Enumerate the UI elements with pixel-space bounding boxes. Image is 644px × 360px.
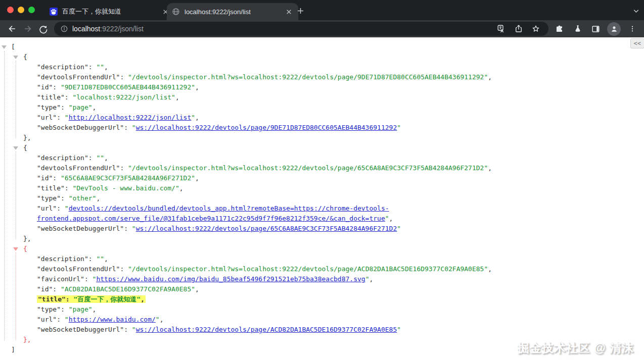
json-bracket: ] [11, 346, 15, 353]
json-colon: : [84, 275, 93, 283]
json-comma: , [195, 114, 199, 121]
json-key: "id" [37, 83, 53, 91]
json-comma: , [104, 255, 108, 263]
json-key: "description" [37, 255, 88, 263]
json-url-link[interactable]: https://www.baidu.com/ [69, 316, 156, 323]
tab-json-list[interactable]: localhost:9222/json/list [167, 3, 298, 20]
bookmark-star-icon[interactable] [529, 22, 542, 35]
json-brace: }, [23, 336, 31, 343]
json-line: "type": "page", [0, 304, 636, 315]
collapse-triangle-icon[interactable] [13, 56, 18, 59]
collapse-triangle-icon[interactable] [13, 247, 18, 251]
json-brace: { [23, 144, 27, 151]
json-string: "/devtools/inspector.html?ws=localhost:9… [128, 164, 488, 172]
json-key: "url" [37, 204, 57, 212]
json-formatter-collapse-button[interactable]: << [630, 38, 644, 48]
json-quote: " [156, 316, 160, 323]
json-key: "id" [37, 174, 53, 182]
json-object: {"description": "","devtoolsFrontendUrl"… [0, 143, 636, 244]
json-string: "page" [69, 104, 93, 111]
json-key: "webSocketDebuggerUrl" [37, 225, 124, 232]
json-string: "other" [69, 194, 97, 202]
json-comma: , [104, 154, 108, 162]
json-string: "" [96, 63, 104, 71]
json-colon: : [88, 63, 97, 71]
site-info-icon[interactable] [60, 25, 68, 33]
zoom-window-button[interactable] [28, 7, 35, 13]
minimize-window-button[interactable] [18, 7, 24, 13]
json-quote: " [191, 114, 195, 121]
json-line: "url": "http://localhost:9222/json/list"… [0, 113, 636, 123]
reload-button[interactable] [35, 21, 51, 37]
json-key: "webSocketDebuggerUrl" [37, 124, 124, 131]
profile-avatar[interactable] [606, 21, 622, 37]
json-brace: }, [23, 235, 31, 242]
chrome-labs-flask-icon[interactable] [570, 21, 585, 37]
json-comma: , [369, 275, 373, 283]
tab-baidu[interactable]: 百度一下，你就知道 [44, 3, 175, 20]
json-key: "title" [37, 184, 65, 192]
json-comma: , [93, 104, 97, 111]
json-comma: , [175, 93, 179, 101]
json-colon: : [66, 295, 74, 303]
json-colon: : [120, 164, 128, 172]
json-comma: , [488, 164, 492, 172]
json-object: {"description": "","devtoolsFrontendUrl"… [0, 244, 636, 345]
share-icon[interactable] [512, 22, 525, 35]
forward-button[interactable] [20, 21, 35, 37]
json-string: "9DE71D87ED80CC605AEB44B436911292" [61, 83, 195, 91]
json-line: "faviconUrl": "https://www.baidu.com/img… [0, 274, 636, 284]
json-key: "id" [37, 285, 53, 293]
json-colon: : [65, 93, 73, 101]
json-key: "devtoolsFrontendUrl" [37, 265, 120, 273]
menu-dots-icon[interactable] [624, 21, 640, 37]
json-line: "title": "百度一下，你就知道", [0, 294, 636, 304]
json-colon: : [53, 174, 61, 182]
json-key: "description" [37, 63, 88, 71]
tab-search-chevron-icon[interactable] [631, 6, 641, 16]
collapse-triangle-icon[interactable] [13, 146, 18, 150]
json-string: "/devtools/inspector.html?ws=localhost:9… [128, 265, 488, 273]
json-key: "webSocketDebuggerUrl" [37, 326, 124, 333]
back-button[interactable] [4, 21, 20, 37]
close-window-button[interactable] [7, 7, 14, 13]
json-url-link[interactable]: http://localhost:9222/json/list [69, 114, 192, 121]
json-key: "url" [37, 316, 57, 323]
json-line: { [0, 244, 636, 254]
json-quote: " [397, 326, 401, 333]
json-url-link[interactable]: ws://localhost:9222/devtools/page/ACD82D… [136, 326, 397, 333]
collapse-triangle-icon[interactable] [2, 45, 7, 49]
json-string: "page" [69, 305, 93, 313]
json-quote: " [397, 225, 401, 232]
json-brace: { [23, 245, 27, 252]
json-colon: : [53, 285, 61, 293]
json-comma: , [93, 305, 97, 313]
json-url-link[interactable]: ws://localhost:9222/devtools/page/9DE71D… [136, 124, 397, 131]
json-line: "type": "page", [0, 102, 636, 113]
address-bar[interactable]: localhost :9222/json/list [54, 22, 548, 36]
json-url-link[interactable]: ws://localhost:9222/devtools/page/65C6A8… [136, 225, 397, 232]
json-line: "devtoolsFrontendUrl": "/devtools/inspec… [0, 163, 636, 173]
json-quote: " [132, 124, 136, 131]
json-viewer: [{"description": "","devtoolsFrontendUrl… [0, 37, 644, 355]
close-tab-icon[interactable] [284, 7, 293, 16]
json-url-link[interactable]: https://www.baidu.com/img/baidu_85beaf54… [96, 275, 365, 283]
new-tab-button[interactable] [294, 5, 306, 17]
json-line: "type": "other", [0, 193, 636, 203]
json-colon: : [61, 104, 69, 111]
side-panel-icon[interactable] [588, 21, 604, 37]
json-key: "url" [37, 114, 57, 121]
translate-icon[interactable] [495, 22, 508, 35]
extensions-puzzle-icon[interactable] [551, 21, 567, 37]
watermark: 掘金技术社区 @ 清沫 [518, 340, 634, 356]
json-key: "type" [37, 104, 61, 111]
json-colon: : [65, 184, 73, 192]
highlighted-row: "title": "百度一下，你就知道", [37, 295, 146, 303]
json-line: { [0, 143, 636, 153]
tab-title: 百度一下，你就知道 [62, 7, 156, 16]
json-line: "url": "https://www.baidu.com/", [0, 315, 636, 325]
json-comma: , [160, 316, 164, 323]
json-quote: " [65, 114, 69, 121]
json-key: "description" [37, 154, 88, 162]
json-url-link[interactable]: devtools://devtools/bundled/devtools_app… [37, 204, 389, 222]
